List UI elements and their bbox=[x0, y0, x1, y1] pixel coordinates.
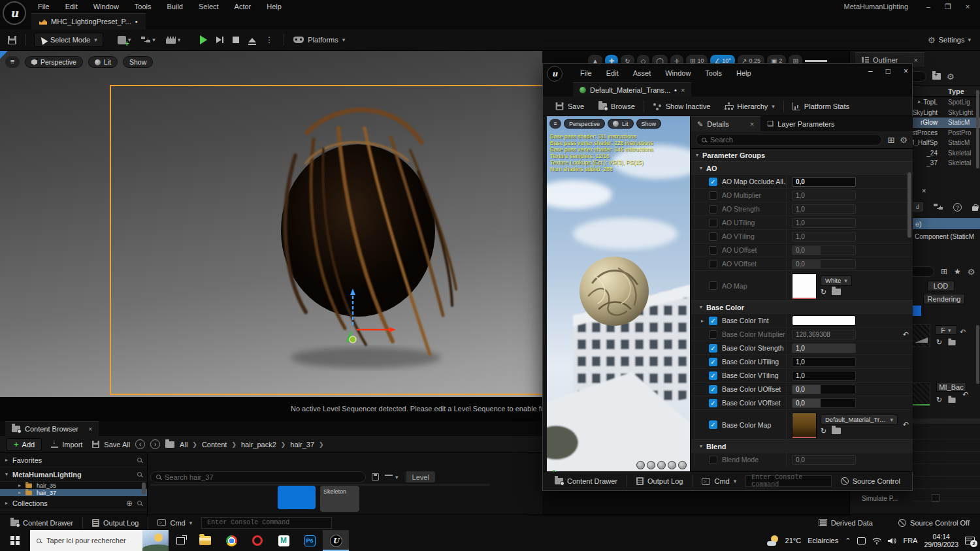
param-checkbox[interactable] bbox=[709, 260, 717, 268]
browse-button[interactable]: Browse bbox=[593, 99, 641, 114]
preview-lit-pill[interactable]: Lit bbox=[608, 119, 634, 129]
taskbar-search-input[interactable]: Taper ici pour rechercher bbox=[30, 530, 169, 551]
maximize-button[interactable]: □ bbox=[886, 67, 890, 76]
favorites-row[interactable]: ▸Favorites bbox=[0, 453, 147, 467]
keyboard-language[interactable]: FRA bbox=[903, 537, 917, 544]
param-slider-input[interactable]: 0,0 bbox=[792, 259, 856, 269]
opera-button[interactable] bbox=[244, 530, 270, 551]
play-button[interactable] bbox=[200, 35, 207, 44]
param-checkbox[interactable]: ✓ bbox=[709, 399, 717, 407]
param-checkbox[interactable]: ✓ bbox=[709, 420, 717, 429]
texture-dropdown[interactable]: White▾ bbox=[821, 276, 852, 286]
param-expand-icon[interactable]: ▸ bbox=[701, 318, 709, 324]
tree-scrollbar[interactable] bbox=[142, 482, 146, 494]
color-swatch[interactable] bbox=[792, 315, 856, 326]
preview-menu-icon[interactable]: ≡ bbox=[549, 119, 561, 129]
photoshop-button[interactable]: Ps bbox=[297, 530, 323, 551]
save-search-icon[interactable] bbox=[372, 473, 379, 480]
material-menu-help[interactable]: Help bbox=[729, 69, 759, 77]
param-checkbox[interactable]: ✓ bbox=[709, 178, 717, 186]
material-menu-window[interactable]: Window bbox=[658, 69, 698, 77]
chrome-button[interactable] bbox=[218, 530, 244, 551]
reset-to-default-icon[interactable]: ↶ bbox=[903, 330, 909, 339]
lod-chip[interactable]: LOD bbox=[927, 281, 955, 291]
details-tab-close-icon[interactable]: × bbox=[750, 120, 754, 128]
frame-skip-button[interactable] bbox=[216, 37, 223, 43]
tab-material-asset[interactable]: Default_Material_Trans... • × bbox=[573, 82, 691, 97]
weather-label[interactable]: Eclaircies bbox=[808, 537, 838, 544]
param-spin-input[interactable]: 1,0 bbox=[792, 232, 856, 242]
browse-to-icon[interactable] bbox=[949, 340, 956, 345]
param-checkbox[interactable]: ✓ bbox=[709, 317, 717, 325]
filter-button[interactable]: ▾ bbox=[385, 474, 399, 480]
cycle-detail-chip[interactable]: d bbox=[912, 202, 923, 212]
show-inactive-button[interactable]: Show Inactive bbox=[647, 99, 716, 114]
material-thumbnail[interactable] bbox=[912, 383, 930, 406]
console-input[interactable]: Enter Console Command bbox=[201, 517, 332, 529]
file-explorer-button[interactable] bbox=[192, 530, 218, 551]
param-spin-input[interactable]: 1,0 bbox=[792, 371, 856, 381]
use-selected-icon[interactable]: ↻ bbox=[936, 338, 942, 347]
param-checkbox[interactable] bbox=[709, 456, 717, 464]
section-header-blend[interactable]: ▾Blend bbox=[691, 439, 913, 452]
task-view-button[interactable] bbox=[169, 530, 192, 551]
color-property-swatch[interactable] bbox=[912, 306, 921, 316]
outliner-scrollbar[interactable] bbox=[976, 90, 979, 168]
material-menu-tools[interactable]: Tools bbox=[698, 69, 729, 77]
breadcrumb-hair_37[interactable]: hair_37 bbox=[290, 441, 314, 449]
param-spin-input[interactable]: 128,369308 bbox=[792, 330, 856, 339]
breadcrumb-hair_pack2[interactable]: hair_pack2 bbox=[241, 441, 276, 449]
param-spin-input[interactable]: 1,0 bbox=[792, 191, 856, 200]
skeleton-asset-thumbnail[interactable]: Skeleton bbox=[320, 486, 359, 512]
param-checkbox[interactable] bbox=[709, 281, 717, 290]
menu-help[interactable]: Help bbox=[259, 3, 289, 10]
param-spin-input[interactable]: 1,0 bbox=[792, 357, 856, 367]
forward-icon[interactable]: › bbox=[150, 439, 160, 449]
import-button[interactable]: Import bbox=[51, 441, 82, 449]
param-checkbox[interactable]: ✓ bbox=[709, 385, 717, 394]
device-icon[interactable] bbox=[857, 537, 866, 544]
blueprints-button[interactable]: ▾ bbox=[141, 36, 155, 44]
content-drawer-button[interactable]: Content Drawer bbox=[5, 516, 78, 530]
parameter-search-input[interactable]: Search bbox=[696, 134, 882, 146]
param-spin-input[interactable]: 1,0 bbox=[792, 218, 856, 228]
browse-to-icon[interactable] bbox=[832, 428, 841, 434]
menu-edit[interactable]: Edit bbox=[57, 3, 86, 10]
custom-mesh-button[interactable] bbox=[678, 461, 687, 469]
details-settings-icon[interactable]: ⚙ bbox=[900, 135, 907, 145]
clock[interactable]: 04:1429/09/2023 bbox=[924, 533, 958, 548]
output-log-button[interactable]: Output Log bbox=[87, 516, 144, 530]
param-checkbox[interactable] bbox=[709, 191, 717, 200]
play-options-kebab[interactable]: ⋮ bbox=[265, 35, 273, 44]
use-selected-icon[interactable]: ↻ bbox=[936, 396, 942, 404]
rendering-chip[interactable]: Rendering bbox=[923, 294, 965, 304]
notifications-icon[interactable]: 2 bbox=[965, 537, 975, 544]
details-close-icon[interactable]: × bbox=[922, 187, 926, 195]
tree-item-hair_35[interactable]: ▸hair_35 bbox=[0, 482, 147, 489]
component-row[interactable]: Component (StaticM bbox=[915, 233, 974, 240]
project-search-icon[interactable] bbox=[137, 472, 142, 477]
static-mesh-thumbnail[interactable] bbox=[912, 324, 930, 347]
menu-actor[interactable]: Actor bbox=[227, 3, 259, 10]
eject-button[interactable] bbox=[248, 38, 256, 42]
outliner-close-icon[interactable]: × bbox=[914, 56, 918, 64]
temperature[interactable]: 21°C bbox=[785, 537, 802, 544]
content-browser-close-icon[interactable]: × bbox=[88, 425, 92, 433]
tab-layer-parameters[interactable]: ❏Layer Parameters bbox=[760, 116, 841, 131]
lit-pill[interactable]: Lit bbox=[88, 56, 118, 68]
breadcrumb-content[interactable]: Content bbox=[202, 441, 227, 449]
maximize-button[interactable]: ❐ bbox=[938, 0, 958, 13]
preview-perspective-pill[interactable]: Perspective bbox=[564, 119, 605, 129]
level-filter-chip[interactable]: Level bbox=[404, 471, 435, 482]
cylinder-shape-button[interactable] bbox=[636, 461, 645, 469]
param-checkbox[interactable] bbox=[709, 219, 717, 227]
cube-shape-button[interactable] bbox=[668, 461, 676, 469]
tab-content-browser[interactable]: Content Browser × bbox=[5, 421, 99, 436]
add-actor-button[interactable]: ▾ bbox=[118, 36, 131, 44]
preview-show-pill[interactable]: Show bbox=[636, 119, 662, 129]
outliner-settings-icon[interactable]: ⚙ bbox=[947, 72, 955, 82]
show-pill[interactable]: Show bbox=[123, 56, 153, 68]
param-spin-input[interactable]: 0,0 bbox=[792, 455, 856, 465]
new-folder-icon[interactable] bbox=[932, 73, 941, 80]
texture-thumbnail[interactable] bbox=[792, 274, 817, 298]
